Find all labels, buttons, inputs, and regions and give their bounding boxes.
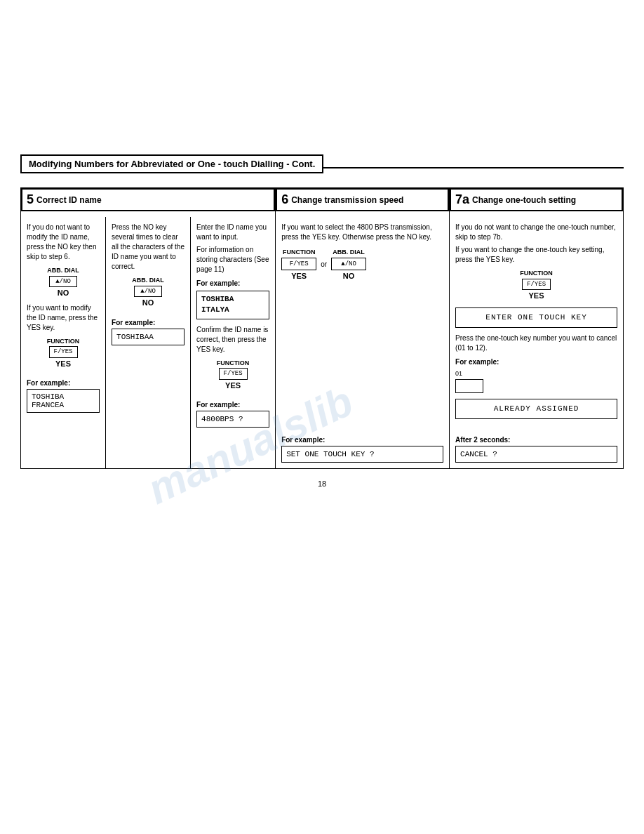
step7a-enter-key: ENTER ONE TOUCH KEY: [455, 307, 617, 328]
step5-subc-text2: For information on storing characters (S…: [196, 245, 269, 274]
step6-text: If you want to select the 4800 BPS trans…: [281, 223, 443, 430]
step6-column: 6 Change transmission speed If you want …: [276, 188, 450, 468]
step5-subb-footer: For example: TOSHIBAA: [112, 313, 185, 345]
step7a-title: Change one-touch setting: [472, 195, 576, 205]
page-number: 18: [20, 479, 624, 488]
main-content: Modifying Numbers for Abbreviated or One…: [20, 154, 624, 488]
step6-example: SET ONE TOUCH KEY ?: [281, 446, 443, 463]
step7a-body: If you do not want to change the one-tou…: [450, 217, 623, 468]
step5-subc-example: 4800BPS ?: [196, 411, 269, 428]
step7a-text: If you do not want to change the one-tou…: [455, 223, 617, 425]
step5-column: 5 Correct ID name If you do not want to …: [21, 188, 276, 468]
step6-key1: FUNCTION F/YES YES: [281, 248, 316, 282]
step5-suba: If you do not want to modify the ID name…: [21, 217, 106, 468]
columns-container: 5 Correct ID name If you do not want to …: [20, 187, 624, 469]
step7a-header: 7a Change one-touch setting: [450, 188, 623, 211]
step5-subc-footer: For example: 4800BPS ?: [196, 395, 269, 428]
step5-suba-text2: If you want to modify the ID name, press…: [27, 303, 100, 333]
step6-num: 6: [281, 192, 288, 207]
step6-header: 6 Change transmission speed: [276, 188, 449, 211]
step5-subb-example: TOSHIBAA: [112, 329, 185, 345]
step5-suba-key1: ABB. DIAL ▲/NO NO: [27, 266, 100, 299]
step5-subb: Press the NO key several times to clear …: [106, 217, 191, 468]
step5-num: 5: [27, 192, 34, 207]
step7a-example-num-wrap: 01: [455, 369, 617, 393]
step5-suba-body: If you do not want to modify the ID name…: [27, 223, 100, 369]
step5-subc-text1: Enter the ID name you want to input.: [196, 223, 269, 242]
step5-subc: Enter the ID name you want to input. For…: [191, 217, 275, 468]
step7a-footer: After 2 seconds: CANCEL ?: [455, 430, 617, 463]
step7a-column: 7a Change one-touch setting If you do no…: [450, 188, 623, 468]
step5-subb-body: Press the NO key several times to clear …: [112, 223, 185, 309]
step5-subc-body: Enter the ID name you want to input. For…: [196, 223, 269, 391]
title-bar-line: Modifying Numbers for Abbreviated or One…: [20, 154, 624, 180]
step6-title: Change transmission speed: [291, 195, 403, 205]
step5-subc-display: TOSHIBA ITALYA: [196, 291, 269, 319]
step5-subc-text3: Confirm the ID name is correct, then pre…: [196, 325, 269, 355]
step5-suba-example: TOSHIBA FRANCEA: [27, 389, 100, 413]
step7a-cancel: CANCEL ?: [455, 446, 617, 463]
step7a-already-assigned: ALREADY ASSIGNED: [455, 399, 617, 419]
step7a-num: 7a: [455, 192, 469, 207]
step7a-example-num: [455, 379, 483, 393]
step6-body: If you want to select the 4800 BPS trans…: [276, 217, 449, 468]
step6-footer: For example: SET ONE TOUCH KEY ?: [281, 430, 443, 463]
page-title: Modifying Numbers for Abbreviated or One…: [20, 154, 323, 173]
step5-header: 5 Correct ID name: [21, 188, 275, 211]
step7a-key: FUNCTION F/YES YES: [455, 269, 617, 302]
step5-title: Correct ID name: [36, 195, 102, 205]
step5-subc-key: FUNCTION F/YES YES: [196, 359, 269, 392]
step5-suba-footer: For example: TOSHIBA FRANCEA: [27, 373, 100, 413]
step5-subb-key1: ABB. DIAL ▲/NO NO: [112, 276, 185, 309]
step5-subb-text1: Press the NO key several times to clear …: [112, 223, 185, 272]
step5-suba-text1: If you do not want to modify the ID name…: [27, 223, 100, 262]
step6-key2: ABB. DIAL ▲/NO NO: [331, 248, 366, 282]
step6-keys: FUNCTION F/YES YES or ABB. DIAL ▲/NO NO: [281, 248, 443, 282]
step5-suba-key2: FUNCTION F/YES YES: [27, 337, 100, 370]
